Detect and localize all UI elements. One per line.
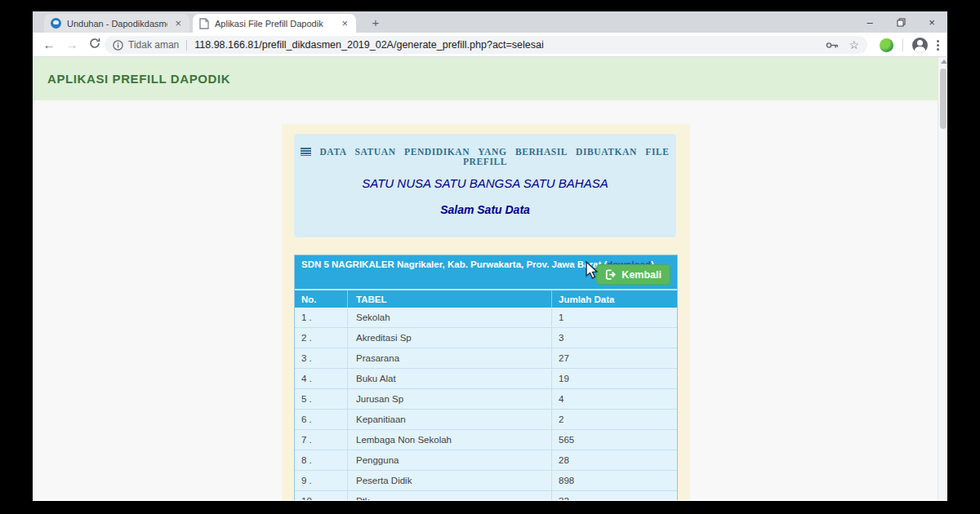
screenshot-stage: Unduhan - Dapodikdasmen × Aplikasi File … bbox=[0, 0, 980, 514]
cell-jumlah: 898 bbox=[551, 471, 679, 490]
browser-window: Unduhan - Dapodikdasmen × Aplikasi File … bbox=[33, 11, 947, 501]
page-viewport: APLIKASI PREFILL DAPODIK DATA SATUAN PEN… bbox=[33, 57, 947, 500]
sign-out-icon bbox=[605, 269, 617, 280]
kembali-button[interactable]: Kembali bbox=[596, 264, 670, 285]
table-row: 7 . Lembaga Non Sekolah 565 bbox=[295, 430, 677, 450]
forward-button[interactable]: → bbox=[60, 38, 83, 51]
page-header-band: APLIKASI PREFILL DAPODIK bbox=[33, 57, 938, 100]
tab-close-icon[interactable]: × bbox=[340, 18, 350, 29]
url-text[interactable]: 118.98.166.81/prefill_dikdasmen_2019_02A… bbox=[194, 39, 819, 51]
cell-tabel: Jurusan Sp bbox=[347, 389, 551, 409]
tab-title: Aplikasi File Prefill Dapodik bbox=[215, 19, 334, 29]
column-header-no: No. bbox=[295, 290, 347, 308]
browser-toolbar: ← → Tidak aman 118.98.166.81 bbox=[33, 33, 947, 57]
reload-button[interactable] bbox=[83, 38, 106, 51]
cell-tabel: Prasarana bbox=[347, 348, 551, 368]
window-controls: – × bbox=[854, 11, 947, 33]
cell-jumlah: 32 bbox=[551, 491, 679, 500]
list-icon bbox=[301, 148, 311, 156]
tab-unduhan-dapodikdasmen[interactable]: Unduhan - Dapodikdasmen × bbox=[44, 14, 189, 33]
download-manager-extension-icon[interactable] bbox=[880, 38, 893, 52]
omnibox-divider bbox=[186, 40, 187, 51]
table-row: 5 . Jurusan Sp 4 bbox=[295, 389, 677, 410]
profile-avatar-icon[interactable] bbox=[912, 38, 928, 53]
cell-tabel: Buku Alat bbox=[347, 369, 551, 388]
chrome-menu-icon[interactable] bbox=[937, 40, 939, 51]
page-title: APLIKASI PREFILL DAPODIK bbox=[47, 72, 230, 86]
cell-no: 8 . bbox=[295, 450, 347, 470]
table-row: 10 . Ptk 32 bbox=[295, 491, 677, 500]
table-row: 2 . Akreditasi Sp 3 bbox=[295, 328, 677, 348]
toolbar-right-area bbox=[880, 33, 939, 57]
cell-tabel: Sekolah bbox=[347, 308, 551, 327]
cell-jumlah: 3 bbox=[551, 328, 679, 348]
cell-no: 5 . bbox=[295, 389, 347, 409]
info-heading-text: DATA SATUAN PENDIDIKAN YANG BERHASIL DIB… bbox=[319, 147, 669, 166]
dapodik-logo-icon bbox=[51, 18, 61, 29]
column-header-jumlah: Jumlah Data bbox=[551, 290, 679, 308]
scroll-up-icon[interactable] bbox=[941, 60, 947, 64]
cell-jumlah: 2 bbox=[551, 410, 679, 429]
cell-jumlah: 28 bbox=[551, 450, 679, 470]
back-button[interactable]: ← bbox=[38, 38, 60, 51]
scrollbar-thumb[interactable] bbox=[940, 69, 947, 129]
prefill-result-table: SDN 5 NAGRIKALER Nagrikaler, Kab. Purwak… bbox=[294, 255, 678, 500]
toolbar-divider bbox=[902, 38, 903, 51]
table-row: 4 . Buku Alat 19 bbox=[295, 369, 677, 389]
cell-jumlah: 565 bbox=[551, 430, 679, 450]
cell-tabel: Peserta Didik bbox=[347, 471, 551, 490]
table-row: 8 . Pengguna 28 bbox=[295, 450, 677, 471]
motto-text: SATU NUSA SATU BANGSA SATU BAHASA bbox=[294, 176, 676, 190]
cell-no: 1 . bbox=[295, 308, 347, 327]
cell-no: 10 . bbox=[295, 491, 347, 500]
cell-tabel: Kepanitiaan bbox=[347, 410, 551, 429]
tab-aplikasi-prefill[interactable]: Aplikasi File Prefill Dapodik × bbox=[193, 14, 356, 33]
cell-no: 9 . bbox=[295, 471, 347, 490]
address-bar[interactable]: Tidak aman 118.98.166.81/prefill_dikdasm… bbox=[105, 36, 867, 54]
table-row: 1 . Sekolah 1 bbox=[295, 308, 677, 328]
column-header-tabel: TABEL bbox=[347, 290, 551, 308]
cell-jumlah: 19 bbox=[551, 369, 679, 388]
tab-close-icon[interactable]: × bbox=[173, 18, 183, 29]
table-header-row: No. TABEL Jumlah Data bbox=[295, 289, 677, 308]
security-label: Tidak aman bbox=[128, 39, 179, 51]
info-box: DATA SATUAN PENDIDIKAN YANG BERHASIL DIB… bbox=[294, 134, 676, 237]
mouse-cursor bbox=[585, 261, 599, 281]
bookmark-star-icon[interactable]: ☆ bbox=[849, 38, 859, 51]
cell-tabel: Akreditasi Sp bbox=[347, 328, 551, 348]
greeting-text: Salam Satu Data bbox=[294, 203, 676, 216]
school-name-text: SDN 5 NAGRIKALER Nagrikaler, Kab. Purwak… bbox=[301, 259, 607, 269]
new-tab-button[interactable]: + bbox=[368, 15, 384, 31]
cell-jumlah: 27 bbox=[551, 348, 679, 368]
cell-jumlah: 1 bbox=[551, 308, 679, 327]
tab-strip: Unduhan - Dapodikdasmen × Aplikasi File … bbox=[33, 11, 947, 33]
table-row: 3 . Prasarana 27 bbox=[295, 348, 677, 369]
tab-title: Unduhan - Dapodikdasmen bbox=[67, 19, 167, 29]
cell-no: 2 . bbox=[295, 328, 347, 348]
table-row: 6 . Kepanitiaan 2 bbox=[295, 410, 677, 430]
info-box-heading: DATA SATUAN PENDIDIKAN YANG BERHASIL DIB… bbox=[294, 147, 676, 166]
close-window-button[interactable]: × bbox=[916, 11, 947, 33]
cell-no: 4 . bbox=[295, 369, 347, 388]
cell-jumlah: 4 bbox=[551, 389, 679, 409]
password-key-icon[interactable] bbox=[826, 42, 839, 49]
cell-tabel: Pengguna bbox=[347, 450, 551, 470]
cell-no: 6 . bbox=[295, 410, 347, 429]
document-favicon-icon bbox=[199, 18, 209, 29]
cell-tabel: Ptk bbox=[347, 491, 551, 500]
cell-no: 7 . bbox=[295, 430, 347, 450]
table-row: 9 . Peserta Didik 898 bbox=[295, 471, 677, 491]
school-header-row: SDN 5 NAGRIKALER Nagrikaler, Kab. Purwak… bbox=[295, 255, 677, 289]
kembali-button-label: Kembali bbox=[621, 269, 662, 281]
info-icon[interactable] bbox=[113, 40, 123, 51]
cell-tabel: Lembaga Non Sekolah bbox=[347, 430, 551, 450]
minimize-button[interactable]: – bbox=[854, 11, 885, 33]
page-scrollbar[interactable] bbox=[938, 57, 947, 500]
restore-button[interactable] bbox=[885, 11, 916, 33]
cell-no: 3 . bbox=[295, 348, 347, 368]
